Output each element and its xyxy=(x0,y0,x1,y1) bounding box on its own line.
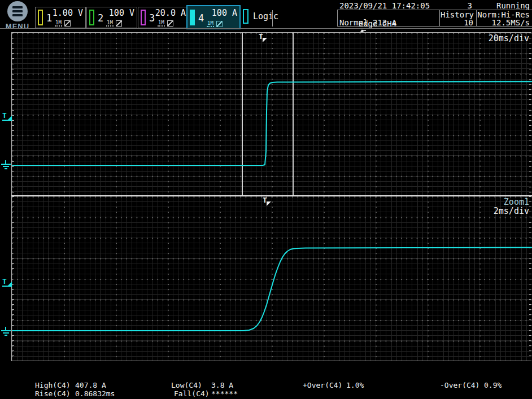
probe-icon xyxy=(167,20,173,27)
meas-fall-value: ****** xyxy=(211,389,238,398)
trigger-mode: Normal 213 A xyxy=(339,18,396,27)
zoom1-waveform-window: T Zoom1 2ms/div xyxy=(11,196,531,361)
main-waveform-window: T 20ms/div xyxy=(11,32,531,195)
channel-2-scale: 100 V xyxy=(109,8,134,18)
channel-3-color-bracket xyxy=(141,10,146,25)
meas-nover-value: 0.9% xyxy=(484,381,502,389)
oscilloscope-screen: MENU 1 1.00 V 1M 2 100 V 1M 3 20.0 A 1M … xyxy=(0,0,532,399)
channel-4-scale: 100 A xyxy=(212,8,237,18)
channel-1-box[interactable]: 1 1.00 V 1M xyxy=(35,7,86,28)
logic-color-bracket xyxy=(243,9,248,24)
impedance-1M-icon: 1M xyxy=(158,20,165,27)
datetime: 2023/09/21 17:42:05 xyxy=(339,1,430,10)
ch4-waveform-main xyxy=(12,33,532,196)
probe-icon xyxy=(116,20,122,27)
channel-4-number: 4 xyxy=(198,12,204,24)
channel-3-box[interactable]: 3 20.0 A 1M xyxy=(138,7,189,28)
channel-3-number: 3 xyxy=(149,12,155,24)
impedance-1M-icon: 1M xyxy=(106,20,114,27)
channel-2-box[interactable]: 2 100 V 1M xyxy=(86,7,137,28)
ch4-waveform-zoom xyxy=(12,196,532,361)
channel-4-box-selected[interactable]: 4 100 A 1M xyxy=(186,5,241,29)
trigger-level-marker-zoom[interactable]: T xyxy=(2,278,12,285)
meas-low-label: Low(C4) xyxy=(171,381,202,389)
impedance-1M-icon: 1M xyxy=(55,20,62,27)
hamburger-icon xyxy=(7,1,28,21)
impedance-1M-icon: 1M xyxy=(207,21,214,27)
ch4-ground-marker-main[interactable] xyxy=(1,160,11,170)
acquisition-count: 3 xyxy=(429,1,472,10)
probe-icon xyxy=(64,20,71,27)
sample-rate: 12.5MS/s xyxy=(477,18,530,27)
meas-high-value: 407.8 A xyxy=(75,381,106,389)
meas-pover-label: +Over(C4) xyxy=(303,381,342,389)
meas-pover-value: 1.0% xyxy=(346,381,364,389)
channel-1-number: 1 xyxy=(46,12,52,24)
logic-label: Logic xyxy=(253,11,278,21)
meas-nover-label: -Over(C4) xyxy=(440,381,479,389)
channel-2-number: 2 xyxy=(98,12,103,24)
channel-2-color-bracket xyxy=(89,10,94,25)
channel-1-color-bracket xyxy=(38,10,43,25)
history-value: 10 xyxy=(441,18,473,27)
ch4-ground-marker-zoom[interactable] xyxy=(1,327,11,336)
channel-4-color-bracket xyxy=(190,10,195,25)
channel-3-scale: 20.0 A xyxy=(155,8,186,18)
meas-high-label: High(C4) xyxy=(35,381,71,389)
meas-rise-label: Rise(C4) xyxy=(35,389,71,398)
meas-low-value: 3.8 A xyxy=(211,381,233,389)
menu-button[interactable]: MENU xyxy=(3,1,32,30)
channel-1-scale: 1.00 V xyxy=(53,8,83,18)
logic-button[interactable]: Logic xyxy=(243,8,284,27)
run-state[interactable]: Running xyxy=(477,1,530,10)
meas-rise-value: 0.86832ms xyxy=(75,389,115,398)
menu-label: MENU xyxy=(3,22,32,30)
meas-fall-label: Fall(C4) xyxy=(174,389,210,398)
trigger-level-marker-main[interactable]: T xyxy=(2,112,12,119)
probe-icon xyxy=(216,21,223,27)
